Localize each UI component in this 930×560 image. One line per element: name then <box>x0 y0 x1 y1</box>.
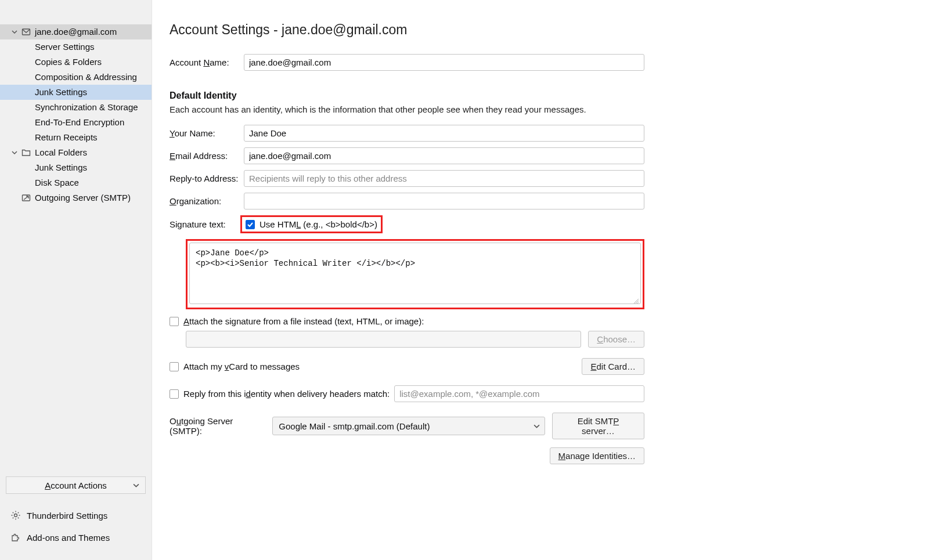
email-input[interactable] <box>244 147 644 164</box>
page-title: Account Settings - jane.doe@gmail.com <box>170 22 907 38</box>
main-content: Account Settings - jane.doe@gmail.com Ac… <box>152 0 930 560</box>
use-html-checkbox[interactable] <box>246 220 255 229</box>
sidebar-item-junk-settings[interactable]: Junk Settings <box>0 85 152 100</box>
attach-vcard-checkbox[interactable] <box>170 362 179 371</box>
manage-identities-button[interactable]: Manage Identities… <box>550 447 644 464</box>
account-actions-button[interactable]: Account Actions <box>6 476 146 494</box>
sidebar-item-outgoing-smtp[interactable]: Outgoing Server (SMTP) <box>0 190 152 205</box>
sidebar-item-e2e-encryption[interactable]: End-To-End Encryption <box>0 115 152 130</box>
account-tree-root[interactable]: jane.doe@gmail.com <box>0 24 152 39</box>
edit-card-button[interactable]: Edit Card… <box>582 358 644 375</box>
your-name-input[interactable] <box>244 125 644 142</box>
reply-identity-checkbox[interactable] <box>170 389 179 399</box>
sidebar-item-return-receipts[interactable]: Return Receipts <box>0 130 152 145</box>
outgoing-server-label: Outgoing Server (SMTP): <box>170 416 265 436</box>
send-icon <box>21 193 31 203</box>
account-name-input[interactable] <box>244 54 644 71</box>
sidebar-item-local-junk[interactable]: Junk Settings <box>0 160 152 175</box>
reply-to-input[interactable] <box>244 170 644 187</box>
edit-smtp-server-button[interactable]: Edit SMTP server… <box>552 413 644 439</box>
svg-point-2 <box>15 514 17 517</box>
sidebar-item-disk-space[interactable]: Disk Space <box>0 175 152 190</box>
account-name-label: Account Name: <box>170 57 244 67</box>
signature-file-path-input[interactable] <box>186 331 581 348</box>
reply-identity-label: Reply from this identity when delivery h… <box>183 389 390 399</box>
your-name-label: Your Name: <box>170 128 244 138</box>
signature-highlight <box>186 239 644 309</box>
chevron-down-icon <box>12 29 17 35</box>
attach-signature-file-label: Attach the signature from a file instead… <box>183 316 424 326</box>
sidebar-item-server-settings[interactable]: Server Settings <box>0 39 152 55</box>
attach-signature-file-checkbox[interactable] <box>170 317 179 326</box>
addons-themes-button[interactable]: Add-ons and Themes <box>0 526 152 548</box>
chevron-down-icon <box>534 421 540 431</box>
reply-identity-input[interactable] <box>394 385 644 402</box>
identity-description: Each account has an identity, which is t… <box>170 104 907 114</box>
sidebar-item-sync-storage[interactable]: Synchronization & Storage <box>0 100 152 115</box>
signature-textarea[interactable] <box>189 243 641 304</box>
organization-input[interactable] <box>244 193 644 209</box>
reply-to-label: Reply-to Address: <box>170 174 244 183</box>
account-name: jane.doe@gmail.com <box>35 24 117 39</box>
sidebar: jane.doe@gmail.com Server Settings Copie… <box>0 0 152 560</box>
outgoing-server-select[interactable]: Google Mail - smtp.gmail.com (Default) <box>272 417 545 435</box>
local-folders-root[interactable]: Local Folders <box>0 145 152 160</box>
signature-text-label: Signature text: <box>170 219 244 229</box>
email-label: Email Address: <box>170 151 244 161</box>
choose-file-button[interactable]: Choose… <box>588 331 644 348</box>
attach-vcard-label: Attach my vCard to messages <box>183 362 300 371</box>
account-actions-label: Account Actions <box>45 480 107 490</box>
folder-icon <box>21 147 31 158</box>
chevron-down-icon <box>12 150 17 156</box>
gear-icon <box>10 510 21 521</box>
organization-label: Organization: <box>170 196 244 206</box>
thunderbird-settings-button[interactable]: Thunderbird Settings <box>0 504 152 526</box>
puzzle-icon <box>10 532 21 543</box>
chevron-down-icon <box>133 480 139 490</box>
sidebar-item-copies-folders[interactable]: Copies & Folders <box>0 55 152 70</box>
use-html-highlight: Use HTML (e.g., <b>bold</b>) <box>240 215 383 233</box>
sidebar-item-composition-addressing[interactable]: Composition & Addressing <box>0 70 152 85</box>
local-folders-label: Local Folders <box>35 145 87 160</box>
use-html-label: Use HTML (e.g., <b>bold</b>) <box>259 219 377 229</box>
mail-icon <box>21 27 31 37</box>
default-identity-heading: Default Identity <box>170 91 907 101</box>
